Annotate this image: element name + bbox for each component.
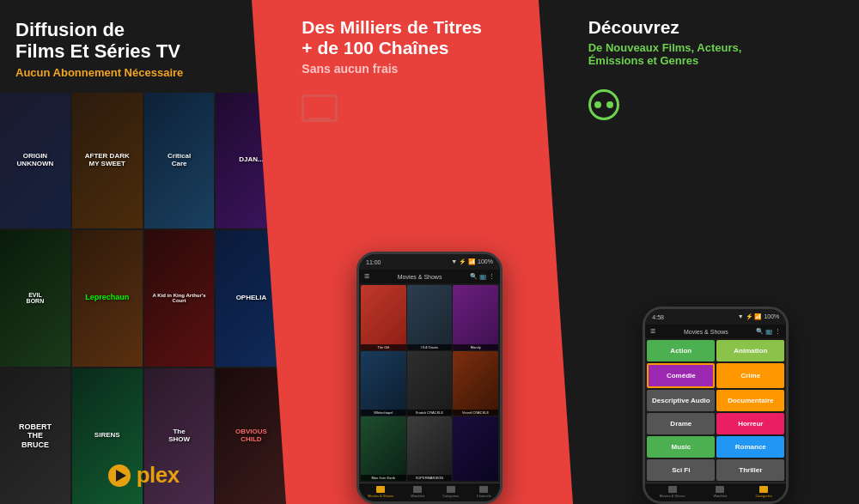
phone-bottom-nav-2: Movies & Shows Watchlist Categories Chan… — [359, 483, 500, 501]
phone-bottom-nav-3: Movies & Shows Watchlist Categories — [645, 483, 786, 501]
cat-crime[interactable]: Crime — [716, 363, 784, 388]
phone-time-2: 11:00 — [366, 259, 381, 265]
poster-django: DJAN... — [216, 93, 286, 228]
movies-nav-icon-3 — [668, 486, 677, 493]
panel1-title: Diffusion deFilms Et Séries TV — [15, 19, 271, 63]
phone-movie-man-from-earth: Man from Earth — [361, 416, 406, 481]
panel2-subtitle: Sans aucun frais — [302, 62, 557, 76]
poster-robert-the-bruce: ROBERTTHEBRUCE — [0, 368, 70, 504]
phone-mockup-2: 11:00 ▼ ⚡ 📶 100% ☰ Movies & Shows 🔍 📺 ⋮ … — [356, 252, 503, 504]
phone-movie-whitechapel: Whitechapel — [361, 351, 406, 416]
phone-movie-extra — [453, 416, 498, 481]
phone-nav-watchlist-3[interactable]: Watchlist — [713, 486, 727, 498]
poster-king-arthur: A Kid in King Arthur's Court — [144, 230, 215, 366]
panel3-header: Découvrez De Nouveaux Films, Acteurs,Émi… — [573, 0, 859, 76]
panel-discover: Découvrez De Nouveaux Films, Acteurs,Émi… — [573, 0, 859, 504]
phone-movie-the-gift: The Gift — [361, 285, 406, 349]
panel3-phone-area: 4:58 ▼ ⚡ 📶 100% ☰ Movies & Shows 🔍 📺 ⋮ A… — [573, 137, 859, 504]
panel1-subtitle: Aucun Abonnement Nécessaire — [15, 66, 271, 79]
phone-nav-movies[interactable]: Movies & Shows — [368, 486, 393, 498]
browse-icon-area — [573, 76, 859, 137]
browse-icon — [588, 89, 626, 120]
categories-grid: Action Animation Comédie Crime Descripti… — [645, 338, 786, 483]
phone-top-bar-3: 4:58 ▼ ⚡ 📶 100% — [645, 309, 786, 325]
phone-movie-snatch: Snatch CRACKLE — [407, 351, 453, 416]
phone-movie-supermansion: SUPERMANSION — [407, 416, 453, 481]
phone-mockup-3: 4:58 ▼ ⚡ 📶 100% ☰ Movies & Shows 🔍 📺 ⋮ A… — [643, 307, 789, 504]
phone-app-name-2: Movies & Shows — [398, 274, 442, 280]
plex-logo: plex — [107, 462, 180, 489]
poster-evil-born: EVILBORN — [0, 230, 70, 366]
tv-icon — [302, 94, 338, 122]
poster-leprechaun: Leprechaun — [72, 230, 143, 366]
poster-obvious-child: OBVIOUSCHILD — [216, 368, 286, 504]
phone-status-3: ▼ ⚡ 📶 100% — [738, 313, 780, 320]
cat-horreur[interactable]: Horreur — [716, 413, 784, 434]
phone-status-2: ▼ ⚡ 📶 100% — [451, 258, 493, 265]
cat-drame[interactable]: Drame — [647, 413, 715, 434]
phone-app-name-3: Movies & Shows — [684, 329, 728, 335]
plex-icon — [107, 464, 131, 488]
phone-movie-vexed: Vexed CRACKLE — [453, 351, 498, 416]
cat-desc-audio[interactable]: Descriptive Audio — [647, 390, 715, 411]
phone-nav-categories[interactable]: Categories — [442, 486, 459, 498]
panel3-title: Découvrez — [588, 17, 844, 38]
cat-animation[interactable]: Animation — [716, 340, 784, 361]
poster-critical-care: CriticalCare — [144, 93, 215, 228]
phone-movie-grid: The Gift I Kill Giants Mandy Whitechapel… — [359, 283, 500, 483]
categories-nav-icon — [447, 486, 455, 493]
panel3-subtitle: De Nouveaux Films, Acteurs,Émissions et … — [588, 41, 844, 67]
panel2-phone-area: 11:00 ▼ ⚡ 📶 100% ☰ Movies & Shows 🔍 📺 ⋮ … — [286, 132, 572, 504]
poster-origin-unknown: ORIGINUNKNOWN — [0, 93, 70, 228]
phone-nav-channels[interactable]: Channels — [477, 486, 491, 498]
cat-music[interactable]: Music — [647, 436, 715, 458]
phone-time-3: 4:58 — [652, 314, 664, 320]
watchlist-nav-icon — [413, 486, 422, 493]
panel-channels: Des Milliers de Titres+ de 100 Chaînes S… — [286, 0, 572, 504]
phone-top-bar-2: 11:00 ▼ ⚡ 📶 100% — [359, 254, 500, 270]
cat-thriller[interactable]: Thriller — [716, 459, 784, 481]
phone-movie-kill-giants: I Kill Giants — [407, 285, 453, 349]
cat-action[interactable]: Action — [647, 340, 715, 361]
phone-nav-categories-3[interactable]: Categories — [755, 486, 771, 498]
phone-movie-mandy: Mandy — [453, 285, 498, 349]
movies-nav-icon — [376, 486, 385, 493]
cat-romance[interactable]: Romance — [716, 436, 784, 458]
tv-icon-area — [286, 84, 572, 132]
poster-ophelia: OPHELIA — [216, 230, 286, 366]
movie-grid: ORIGINUNKNOWN AFTER DARKMY SWEET Critica… — [0, 93, 286, 504]
watchlist-nav-icon-3 — [716, 486, 724, 493]
cat-comedie[interactable]: Comédie — [647, 363, 715, 388]
cat-sci-fi[interactable]: Sci Fi — [647, 459, 715, 481]
panel2-header: Des Milliers de Titres+ de 100 Chaînes S… — [286, 0, 572, 84]
poster-after-dark: AFTER DARKMY SWEET — [72, 93, 143, 228]
panel-streaming: Diffusion deFilms Et Séries TV Aucun Abo… — [0, 0, 286, 504]
cat-documentaire[interactable]: Documentaire — [716, 390, 784, 411]
browse-eye-left — [594, 101, 601, 108]
phone-nav-bar-2: ☰ Movies & Shows 🔍 📺 ⋮ — [359, 270, 500, 283]
plex-text: plex — [137, 462, 180, 489]
panel2-title: Des Milliers de Titres+ de 100 Chaînes — [302, 17, 557, 58]
panel1-header: Diffusion deFilms Et Séries TV Aucun Abo… — [0, 0, 286, 88]
phone-nav-watchlist[interactable]: Watchlist — [411, 486, 424, 498]
categories-nav-icon-3 — [759, 486, 768, 493]
browse-eye-right — [606, 101, 613, 108]
phone-nav-movies-3[interactable]: Movies & Shows — [660, 486, 685, 498]
channels-nav-icon — [479, 486, 488, 493]
phone-nav-bar-3: ☰ Movies & Shows 🔍 📺 ⋮ — [645, 325, 786, 338]
